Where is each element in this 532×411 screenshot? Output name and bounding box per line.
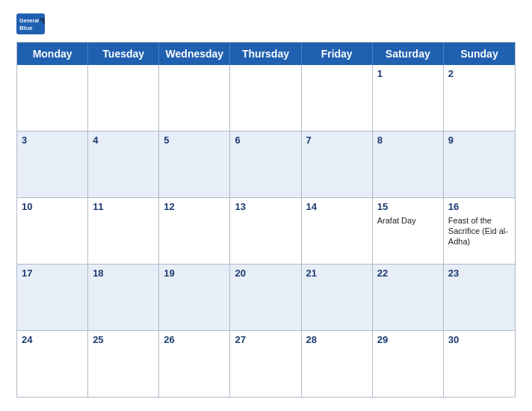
calendar-cell: 15Arafat Day <box>373 198 444 264</box>
weekday-header-thursday: Thursday <box>230 43 301 65</box>
day-number: 10 <box>22 201 83 214</box>
day-number: 3 <box>22 135 83 147</box>
day-number: 11 <box>93 201 154 214</box>
day-number: 30 <box>448 334 510 347</box>
calendar-cell <box>230 65 301 131</box>
country-label <box>456 13 516 18</box>
event-label: Feast of the Sacrifice (Eid al-Adha) <box>448 215 510 247</box>
calendar-cell <box>302 65 373 131</box>
day-number: 27 <box>235 334 296 347</box>
day-number: 12 <box>164 201 225 214</box>
svg-text:General: General <box>19 18 39 23</box>
calendar-grid: MondayTuesdayWednesdayThursdayFridaySatu… <box>16 42 516 398</box>
calendar-cell: 2 <box>444 65 515 131</box>
calendar-cell: 7 <box>302 132 373 197</box>
header: General Blue <box>16 13 516 36</box>
day-number: 23 <box>448 268 510 280</box>
calendar-week-2: 3456789 <box>17 131 515 197</box>
calendar-cell: 21 <box>302 265 373 330</box>
calendar-week-1: 12 <box>17 65 515 131</box>
calendar-cell: 28 <box>302 331 373 397</box>
day-number: 28 <box>306 334 368 347</box>
calendar-cell: 11 <box>88 198 159 264</box>
day-number: 29 <box>377 334 439 347</box>
weekday-header-wednesday: Wednesday <box>159 43 230 65</box>
calendar-cell: 14 <box>302 198 373 264</box>
calendar-cell: 16Feast of the Sacrifice (Eid al-Adha) <box>444 198 515 264</box>
weekday-header-row: MondayTuesdayWednesdayThursdayFridaySatu… <box>17 43 515 65</box>
svg-text:Blue: Blue <box>19 25 33 31</box>
event-label: Arafat Day <box>377 215 439 226</box>
day-number: 25 <box>93 334 154 347</box>
calendar-page: General Blue MondayTuesdayWednesdayThurs… <box>0 0 532 411</box>
calendar-cell: 20 <box>230 265 301 330</box>
calendar-cell: 26 <box>159 331 230 397</box>
day-number: 7 <box>306 135 368 147</box>
calendar-body: 123456789101112131415Arafat Day16Feast o… <box>17 65 515 397</box>
day-number: 24 <box>22 334 83 347</box>
calendar-cell: 6 <box>230 132 301 197</box>
calendar-cell: 17 <box>17 265 88 330</box>
day-number: 13 <box>235 201 296 214</box>
calendar-week-3: 101112131415Arafat Day16Feast of the Sac… <box>17 197 515 264</box>
calendar-cell <box>17 65 88 131</box>
calendar-cell <box>159 65 230 131</box>
day-number: 6 <box>235 135 296 147</box>
calendar-week-4: 17181920212223 <box>17 264 515 330</box>
logo: General Blue <box>16 13 45 36</box>
day-number: 17 <box>22 268 83 280</box>
calendar-cell: 13 <box>230 198 301 264</box>
day-number: 26 <box>164 334 225 347</box>
day-number: 14 <box>306 201 368 214</box>
day-number: 15 <box>377 201 439 214</box>
calendar-cell: 22 <box>373 265 444 330</box>
calendar-cell <box>88 65 159 131</box>
weekday-header-monday: Monday <box>17 43 88 65</box>
weekday-header-tuesday: Tuesday <box>88 43 159 65</box>
weekday-header-saturday: Saturday <box>373 43 444 65</box>
calendar-cell: 29 <box>373 331 444 397</box>
calendar-cell: 5 <box>159 132 230 197</box>
calendar-cell: 25 <box>88 331 159 397</box>
day-number: 19 <box>164 268 225 280</box>
day-number: 20 <box>235 268 296 280</box>
day-number: 22 <box>377 268 439 280</box>
calendar-cell: 9 <box>444 132 515 197</box>
calendar-cell: 23 <box>444 265 515 330</box>
day-number: 16 <box>448 201 510 214</box>
calendar-cell: 1 <box>373 65 444 131</box>
calendar-cell: 24 <box>17 331 88 397</box>
calendar-cell: 30 <box>444 331 515 397</box>
day-number: 9 <box>448 135 510 147</box>
weekday-header-friday: Friday <box>302 43 373 65</box>
calendar-cell: 10 <box>17 198 88 264</box>
calendar-cell: 12 <box>159 198 230 264</box>
calendar-cell: 8 <box>373 132 444 197</box>
day-number: 1 <box>377 68 439 81</box>
day-number: 18 <box>93 268 154 280</box>
day-number: 5 <box>164 135 225 147</box>
weekday-header-sunday: Sunday <box>444 43 515 65</box>
day-number: 8 <box>377 135 439 147</box>
calendar-week-5: 24252627282930 <box>17 330 515 397</box>
calendar-cell: 4 <box>88 132 159 197</box>
calendar-cell: 3 <box>17 132 88 197</box>
calendar-cell: 19 <box>159 265 230 330</box>
calendar-cell: 27 <box>230 331 301 397</box>
day-number: 21 <box>306 268 368 280</box>
generalblue-logo-icon: General Blue <box>16 13 45 34</box>
day-number: 2 <box>448 68 510 81</box>
calendar-cell: 18 <box>88 265 159 330</box>
day-number: 4 <box>93 135 154 147</box>
